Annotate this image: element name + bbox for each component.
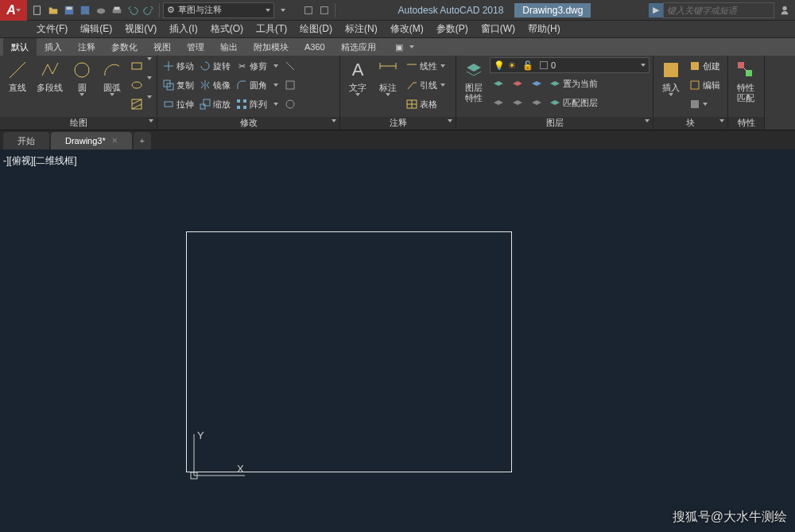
gear-icon: ⚙ — [167, 5, 175, 15]
trim-button[interactable]: ✂修剪 — [234, 57, 280, 75]
plot-icon[interactable] — [110, 3, 124, 17]
line-button[interactable]: 直线 — [3, 57, 32, 95]
file-tabs: 开始 Drawing3*× + — [0, 130, 795, 150]
layer-btn4-icon[interactable] — [490, 94, 507, 111]
bulb-icon: 💡 — [494, 60, 505, 71]
svg-rect-26 — [286, 81, 294, 89]
layer-btn3-icon[interactable] — [528, 75, 545, 92]
ellipse-icon[interactable] — [128, 76, 145, 94]
share2-icon[interactable] — [317, 3, 332, 17]
array-button[interactable]: 阵列 — [234, 95, 280, 113]
menu-bar: 文件(F) 编辑(E) 视图(V) 插入(I) 格式(O) 工具(T) 绘图(D… — [0, 21, 795, 38]
polyline-button[interactable]: 多段线 — [33, 57, 66, 95]
drawing-canvas[interactable]: -][俯视][二维线框] Y X 搜狐号@大水牛测绘 — [0, 150, 795, 532]
stretch-button[interactable]: 拉伸 — [161, 95, 196, 113]
workspace-dropdown[interactable]: ⚙ 草图与注释 — [163, 2, 274, 18]
menu-view[interactable]: 视图(V) — [118, 21, 163, 38]
redo-icon[interactable] — [142, 3, 156, 17]
scale-button[interactable]: 缩放 — [197, 95, 232, 113]
circle-button[interactable]: 圆 — [68, 57, 96, 98]
hatch-icon[interactable] — [128, 95, 145, 113]
rotate-button[interactable]: 旋转 — [197, 57, 232, 75]
block-insert-button[interactable]: 插入 — [657, 57, 685, 98]
share-icon[interactable] — [301, 3, 316, 17]
save-icon[interactable] — [62, 3, 76, 17]
tab-output[interactable]: 输出 — [212, 38, 246, 56]
tab-view[interactable]: 视图 — [145, 38, 179, 56]
qat-dropdown-icon[interactable] — [276, 3, 290, 17]
set-current-button[interactable]: 置为当前 — [547, 75, 650, 92]
block-edit-button[interactable]: 编辑 — [687, 76, 722, 94]
menu-parametric[interactable]: 参数(P) — [430, 21, 475, 38]
fillet-button[interactable]: 圆角 — [234, 76, 280, 94]
tab-extra-icon[interactable]: ▣ — [390, 38, 408, 56]
tab-parametric[interactable]: 参数化 — [103, 38, 145, 56]
menu-window[interactable]: 窗口(W) — [475, 21, 522, 38]
tab-a360[interactable]: A360 — [297, 38, 333, 56]
tab-annotate[interactable]: 注释 — [70, 38, 103, 56]
block-attr-button[interactable] — [687, 95, 722, 113]
tab-insert[interactable]: 插入 — [37, 38, 70, 56]
block-create-button[interactable]: 创建 — [687, 57, 722, 75]
layer-props-button[interactable]: 图层 特性 — [460, 57, 488, 105]
new-icon[interactable] — [30, 3, 45, 17]
svg-rect-12 — [132, 63, 142, 69]
menu-dimension[interactable]: 标注(N) — [339, 21, 384, 38]
ribbon-tabs: 默认 插入 注释 参数化 视图 管理 输出 附加模块 A360 精选应用 ▣ — [0, 38, 795, 56]
copy-button[interactable]: 复制 — [161, 76, 196, 94]
app-menu-button[interactable]: A — [0, 0, 27, 21]
match-layer-button[interactable]: 匹配图层 — [547, 94, 650, 111]
file-tab-drawing[interactable]: Drawing3*× — [51, 132, 132, 150]
leader-button[interactable]: 引线 — [404, 76, 447, 94]
svg-rect-39 — [738, 62, 744, 68]
modify-extra2-icon[interactable] — [281, 76, 299, 94]
search-play-icon[interactable]: ▶ — [649, 3, 663, 17]
text-button[interactable]: A文字 — [343, 57, 372, 98]
menu-modify[interactable]: 修改(M) — [384, 21, 430, 38]
undo-icon[interactable] — [126, 3, 140, 17]
mirror-button[interactable]: 镜像 — [197, 76, 232, 94]
svg-rect-24 — [237, 106, 240, 109]
menu-edit[interactable]: 编辑(E) — [74, 21, 118, 38]
move-button[interactable]: 移动 — [161, 57, 196, 75]
add-tab-button[interactable]: + — [134, 132, 151, 150]
menu-help[interactable]: 帮助(H) — [522, 21, 567, 38]
dimension-button[interactable]: 标注 — [374, 57, 402, 98]
arc-button[interactable]: 圆弧 — [98, 57, 126, 98]
svg-point-11 — [75, 63, 89, 77]
svg-line-15 — [132, 99, 142, 104]
layer-btn2-icon[interactable] — [509, 75, 526, 92]
table-button[interactable]: 表格 — [404, 95, 447, 113]
modify-extra1-icon[interactable] — [281, 57, 299, 75]
match-props-button[interactable]: 特性 匹配 — [731, 57, 760, 105]
layer-btn6-icon[interactable] — [528, 94, 545, 111]
modify-extra3-icon[interactable] — [281, 95, 299, 113]
view-label[interactable]: -][俯视][二维线框] — [3, 154, 77, 168]
file-tab-start[interactable]: 开始 — [3, 132, 49, 150]
search-input[interactable] — [663, 2, 774, 18]
lock-icon: 🔓 — [522, 60, 533, 71]
saveas-icon[interactable] — [78, 3, 92, 17]
svg-rect-22 — [237, 99, 240, 103]
rect-icon[interactable] — [128, 57, 145, 75]
cloud-icon[interactable] — [94, 3, 108, 17]
menu-tools[interactable]: 工具(T) — [250, 21, 293, 38]
svg-rect-38 — [691, 100, 699, 108]
svg-rect-8 — [321, 6, 328, 14]
open-icon[interactable] — [46, 3, 60, 17]
tab-manage[interactable]: 管理 — [179, 38, 212, 56]
close-icon[interactable]: × — [112, 135, 118, 146]
menu-insert[interactable]: 插入(I) — [163, 21, 204, 38]
menu-format[interactable]: 格式(O) — [204, 21, 250, 38]
menu-draw[interactable]: 绘图(D) — [293, 21, 339, 38]
layer-btn1-icon[interactable] — [490, 75, 507, 92]
linear-button[interactable]: 线性 — [404, 57, 447, 75]
layer-btn5-icon[interactable] — [509, 94, 526, 111]
panel-modify: 移动 复制 拉伸 旋转 镜像 缩放 ✂修剪 圆角 阵列 修改 — [157, 56, 340, 130]
tab-default[interactable]: 默认 — [3, 38, 37, 56]
layer-dropdown[interactable]: 💡 ☀ 🔓 0 — [490, 57, 650, 73]
tab-addins[interactable]: 附加模块 — [246, 38, 297, 56]
menu-file[interactable]: 文件(F) — [30, 21, 74, 38]
tab-featured[interactable]: 精选应用 — [333, 38, 384, 56]
signin-icon[interactable] — [778, 3, 792, 17]
